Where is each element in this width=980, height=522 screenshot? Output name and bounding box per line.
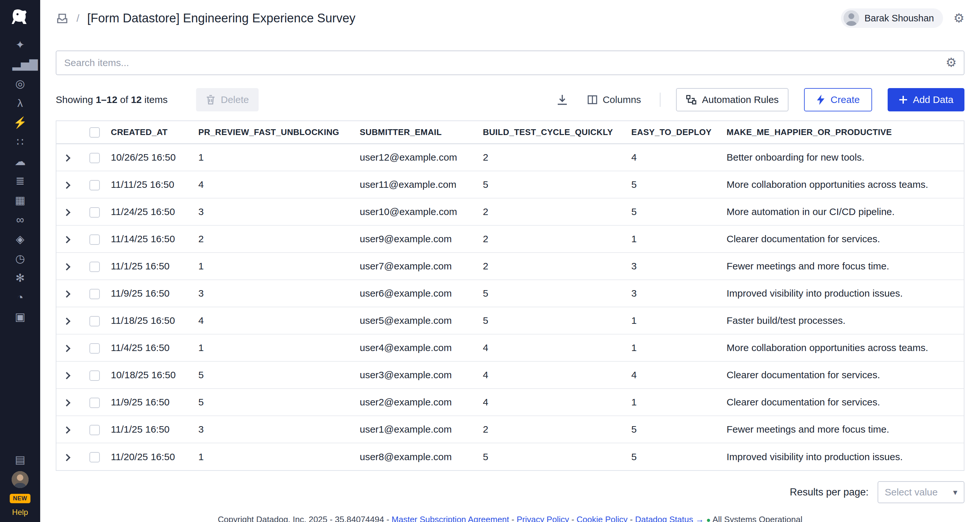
topbar: / [Form Datastore] Engineering Experienc…	[40, 0, 980, 36]
serverless-icon[interactable]: λ	[12, 97, 28, 109]
sidebar-nav: ✦▂▅▇◎λ⚡∷☁≣▦∞◈◷✻◔▣	[12, 39, 28, 322]
column-header-easy-to-deploy[interactable]: EASY_TO_DEPLOY	[622, 121, 718, 144]
main-content: / [Form Datastore] Engineering Experienc…	[40, 0, 980, 522]
row-expand-chevron-icon[interactable]	[63, 454, 71, 461]
download-icon[interactable]	[556, 94, 568, 106]
create-button[interactable]: Create	[804, 88, 872, 111]
datadog-status-link[interactable]: Datadog Status →	[635, 514, 704, 522]
columns-button[interactable]: Columns	[584, 88, 644, 111]
cell-make-me-happier: More automation in our CI/CD pipeline.	[718, 198, 964, 225]
row-checkbox[interactable]	[89, 180, 100, 190]
cell-submitter-email: user9@example.com	[351, 225, 474, 252]
row-checkbox[interactable]	[89, 207, 100, 217]
row-expand-chevron-icon[interactable]	[63, 372, 71, 379]
row-checkbox[interactable]	[89, 235, 100, 245]
privacy-policy-link[interactable]: Privacy Policy	[517, 514, 569, 522]
row-expand-chevron-icon[interactable]	[63, 236, 71, 244]
row-expand-chevron-icon[interactable]	[63, 399, 71, 407]
table-row: 10/18/25 16:50 5 user3@example.com 4 4 C…	[56, 362, 964, 389]
help-link[interactable]: Help	[12, 508, 28, 517]
row-expand-chevron-icon[interactable]	[63, 263, 71, 271]
cell-easy-to-deploy: 5	[622, 198, 718, 225]
workflows-icon[interactable]: ▤	[12, 454, 28, 465]
column-header-submitter-email[interactable]: SUBMITTER_EMAIL	[351, 121, 474, 144]
column-header-created-at[interactable]: CREATED_AT	[102, 121, 189, 144]
cell-make-me-happier: Fewer meetings and more focus time.	[718, 252, 964, 280]
containers-icon[interactable]: ▣	[12, 311, 28, 322]
cell-make-me-happier: Improved visibility into production issu…	[718, 280, 964, 307]
datadog-logo-icon[interactable]	[9, 6, 31, 29]
datastore-icon[interactable]	[56, 12, 69, 25]
cell-created-at: 11/11/25 16:50	[102, 171, 189, 198]
row-checkbox[interactable]	[89, 398, 100, 408]
sidebar: ✦▂▅▇◎λ⚡∷☁≣▦∞◈◷✻◔▣ ▤ NEW Help	[0, 0, 40, 522]
cell-make-me-happier: More collaboration opportunities across …	[718, 171, 964, 198]
table-row: 11/9/25 16:50 5 user2@example.com 4 1 Cl…	[56, 389, 964, 416]
user-menu[interactable]: Barak Shoushan	[841, 8, 943, 28]
row-expand-chevron-icon[interactable]	[63, 290, 71, 298]
row-expand-chevron-icon[interactable]	[63, 345, 71, 352]
cell-make-me-happier: Clearer documentation for services.	[718, 225, 964, 252]
cell-pr-review: 4	[189, 307, 351, 334]
cell-created-at: 11/20/25 16:50	[102, 443, 189, 470]
automation-rules-button[interactable]: Automation Rules	[676, 88, 789, 111]
cell-submitter-email: user5@example.com	[351, 307, 474, 334]
cell-submitter-email: user1@example.com	[351, 416, 474, 443]
processes-icon[interactable]: ∷	[12, 136, 28, 148]
events-icon[interactable]: ⚡	[12, 117, 28, 128]
dashboards-icon[interactable]: ▦	[12, 194, 28, 206]
performance-icon[interactable]: ◔	[12, 292, 28, 303]
plus-icon	[899, 95, 908, 104]
cell-build-test: 5	[474, 280, 622, 307]
monitors-icon[interactable]: ◷	[12, 252, 28, 264]
row-checkbox[interactable]	[89, 316, 100, 327]
ci-pipelines-icon[interactable]: ∞	[12, 214, 28, 225]
row-checkbox[interactable]	[89, 370, 100, 381]
page-title: [Form Datastore] Engineering Experience …	[87, 11, 355, 25]
delete-button[interactable]: Delete	[196, 88, 259, 111]
row-expand-chevron-icon[interactable]	[63, 427, 71, 434]
row-checkbox[interactable]	[89, 262, 100, 272]
metrics-icon[interactable]: ▂▅▇	[12, 58, 28, 70]
row-expand-chevron-icon[interactable]	[63, 182, 71, 189]
cell-build-test: 2	[474, 416, 622, 443]
cell-submitter-email: user7@example.com	[351, 252, 474, 280]
cell-pr-review: 5	[189, 362, 351, 389]
cell-pr-review: 3	[189, 198, 351, 225]
cookie-policy-link[interactable]: Cookie Policy	[576, 514, 628, 522]
cell-build-test: 4	[474, 362, 622, 389]
row-checkbox[interactable]	[89, 289, 100, 299]
search-input[interactable]	[56, 51, 964, 75]
table-row: 11/1/25 16:50 1 user7@example.com 2 3 Fe…	[56, 252, 964, 280]
row-expand-chevron-icon[interactable]	[63, 318, 71, 325]
status-green-dot-icon: ●	[706, 516, 710, 522]
column-header-make-me-happier[interactable]: MAKE_ME_HAPPIER_OR_PRODUCTIVE	[718, 121, 964, 144]
security-icon[interactable]: ◈	[12, 233, 28, 245]
row-checkbox[interactable]	[89, 343, 100, 354]
settings-gear-icon[interactable]: ⚙	[953, 12, 964, 24]
select-all-checkbox[interactable]	[89, 127, 100, 138]
column-header-pr-review[interactable]: PR_REVIEW_FAST_UNBLOCKING	[189, 121, 351, 144]
bits-ai-icon[interactable]: ✦	[12, 39, 28, 51]
column-header-build-test[interactable]: BUILD_TEST_CYCLE_QUICKLY	[474, 121, 622, 144]
row-checkbox[interactable]	[89, 153, 100, 163]
cloud-icon[interactable]: ☁	[12, 155, 28, 167]
logs-icon[interactable]: ≣	[12, 175, 28, 187]
row-checkbox[interactable]	[89, 452, 100, 462]
cell-make-me-happier: More collaboration opportunities across …	[718, 334, 964, 362]
table-header-row: CREATED_AT PR_REVIEW_FAST_UNBLOCKING SUB…	[56, 121, 964, 144]
sidebar-user-avatar[interactable]	[12, 471, 29, 488]
row-expand-chevron-icon[interactable]	[63, 154, 71, 162]
add-data-button[interactable]: Add Data	[888, 88, 964, 111]
search-settings-gear-icon[interactable]: ⚙	[946, 56, 957, 69]
error-tracking-icon[interactable]: ✻	[12, 272, 28, 284]
cell-pr-review: 1	[189, 334, 351, 362]
synthetics-icon[interactable]: ◎	[12, 78, 28, 89]
results-per-page-label: Results per page:	[790, 486, 869, 498]
msa-link[interactable]: Master Subscription Agreement	[391, 514, 509, 522]
row-expand-chevron-icon[interactable]	[63, 209, 71, 216]
page-footer: Copyright Datadog, Inc. 2025 - 35.840744…	[40, 514, 980, 522]
cell-pr-review: 1	[189, 144, 351, 171]
results-per-page-select[interactable]: Select value ▾	[878, 481, 964, 503]
row-checkbox[interactable]	[89, 425, 100, 435]
